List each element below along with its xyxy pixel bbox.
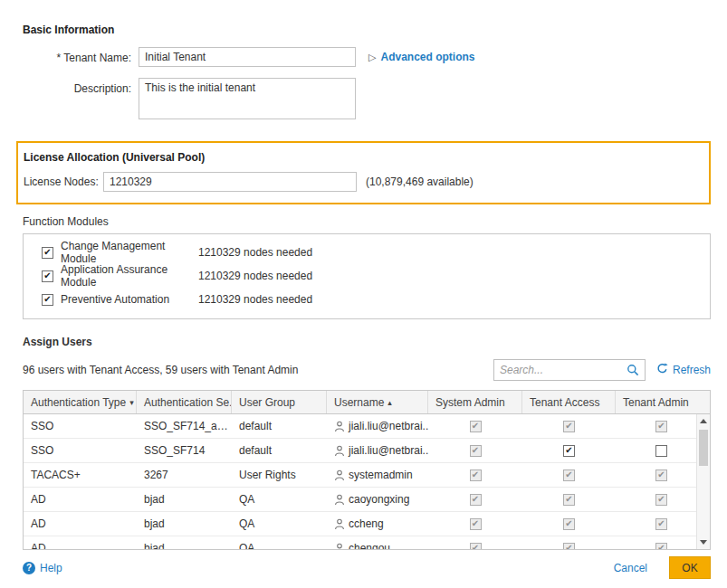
username-cell: systemadmin [327,469,428,481]
help-label: Help [40,562,62,574]
username-cell: jiali.liu@netbrai... [327,444,428,457]
module-nodes-text: 1210329 nodes needed [198,246,312,259]
tenant-admin-checkbox: ✔ [655,543,667,550]
system-admin-checkbox: ✔ [470,543,482,550]
auth-server-cell: bjad [137,542,232,549]
user-row[interactable]: ADbjadQAcaoyongxing✔✔✔ [24,488,710,512]
auth-server-cell: SSO_SF714 [137,444,232,457]
ok-button[interactable]: OK [669,556,711,579]
auth-type-cell: AD [24,517,137,530]
check-mark-icon: ✔ [565,495,572,504]
column-header-system-admin[interactable]: System Admin [428,391,522,413]
tenant-admin-checkbox-cell [616,445,707,457]
tenant-access-checkbox[interactable]: ✔ [563,445,575,457]
module-checkbox[interactable]: ✔ [42,270,53,282]
auth-server-cell: 3267 [137,469,232,481]
advanced-options-expander[interactable]: ▷ Advanced options [368,47,474,63]
system-admin-checkbox: ✔ [470,469,482,481]
check-mark-icon: ✔ [565,470,572,479]
function-module-row: ✔Change Management Module1210329 nodes n… [24,241,710,264]
user-icon [334,445,345,457]
assign-users-title: Assign Users [23,336,727,348]
cancel-button[interactable]: Cancel [614,562,647,574]
user-row[interactable]: SSOSSO_SF714_admindefaultjiali.liu@netbr… [24,414,710,439]
tenant-access-checkbox-cell: ✔ [522,469,616,481]
sort-asc-icon: ▴ [387,398,392,407]
basic-information-title: Basic Information [23,24,727,36]
user-icon [334,494,345,506]
check-mark-icon: ✔ [657,544,665,549]
system-admin-checkbox-cell: ✔ [428,421,522,432]
user-group-cell: User Rights [232,469,327,481]
tenant-admin-checkbox-cell: ✔ [616,543,707,550]
auth-type-cell: TACACS+ [24,469,137,481]
username-cell: caoyongxing [327,493,428,506]
users-summary-text: 96 users with Tenant Access, 59 users wi… [23,364,493,376]
auth-type-cell: SSO [24,420,137,432]
tenant-access-checkbox-cell: ✔ [522,421,616,432]
tenant-access-checkbox: ✔ [563,421,575,432]
column-header-user-group[interactable]: User Group [232,391,327,413]
tenant-access-checkbox: ✔ [563,518,575,530]
advanced-options-link[interactable]: Advanced options [380,51,474,63]
user-row[interactable]: ADbjadQAccheng✔✔✔ [24,512,710,536]
username-text: caoyongxing [349,493,409,506]
check-mark-icon: ✔ [565,544,572,549]
scroll-down-button[interactable] [697,536,710,549]
license-section-title: License Allocation (Universal Pool) [24,151,709,164]
username-text: chengou [349,542,390,549]
tenant-access-checkbox-cell: ✔ [522,445,616,457]
description-input[interactable]: This is the initial tenant [139,78,356,119]
username-text: ccheng [349,517,384,530]
system-admin-checkbox-cell: ✔ [428,445,522,457]
expander-arrow-icon: ▷ [368,52,376,62]
check-mark-icon: ✔ [657,422,665,431]
tenant-admin-checkbox-cell: ✔ [616,469,707,481]
tenant-admin-checkbox-cell: ✔ [616,494,707,506]
scrollbar-thumb[interactable] [699,430,708,466]
column-label: Username [334,396,384,409]
help-button[interactable]: ? Help [23,562,62,574]
user-search-input[interactable] [494,364,621,376]
user-row[interactable]: SSOSSO_SF714defaultjiali.liu@netbrai...✔… [24,439,710,463]
tenant-access-checkbox-cell: ✔ [522,543,616,550]
module-nodes-text: 1210329 nodes needed [198,270,312,282]
refresh-button[interactable]: Refresh [656,363,711,377]
check-mark-icon: ✔ [565,422,572,431]
user-icon [334,518,345,530]
user-search-box [493,359,646,381]
description-label: Description: [23,78,131,95]
user-row[interactable]: ADbjadQAchengou✔✔✔ [24,536,710,549]
module-label: Application Assurance Module [61,263,198,289]
column-header-tenant-access[interactable]: Tenant Access [522,391,616,413]
tenant-admin-checkbox[interactable] [655,445,667,457]
user-group-cell: default [232,444,327,457]
column-header-authentication-type[interactable]: Authentication Type▾ [24,391,137,413]
column-label: User Group [239,396,295,409]
column-label: Tenant Access [530,396,599,409]
column-header-tenant-admin[interactable]: Tenant Admin [616,391,707,413]
license-nodes-input[interactable] [103,172,357,192]
username-text: jiali.liu@netbrai... [349,444,428,457]
tenant-name-input[interactable] [139,47,356,67]
user-row[interactable]: TACACS+3267User Rightssystemadmin✔✔✔ [24,463,710,488]
system-admin-checkbox: ✔ [470,494,482,506]
table-scrollbar[interactable] [696,414,710,549]
function-module-row: ✔Preventive Automation1210329 nodes need… [24,288,710,311]
license-available-text: (10,879,469 available) [366,175,474,188]
scroll-up-button[interactable] [697,414,710,428]
search-icon[interactable] [621,364,645,376]
check-mark-icon: ✔ [657,470,665,479]
column-header-authentication-se[interactable]: Authentication Se... [137,391,232,413]
column-header-username[interactable]: Username▴ [327,391,428,413]
module-checkbox[interactable]: ✔ [42,294,53,306]
column-label: System Admin [435,396,505,409]
tenant-access-checkbox: ✔ [563,543,575,550]
system-admin-checkbox: ✔ [470,421,482,432]
system-admin-checkbox: ✔ [470,445,482,457]
module-checkbox[interactable]: ✔ [42,247,53,259]
check-mark-icon: ✔ [472,422,479,431]
check-mark-icon: ✔ [43,271,51,280]
user-icon [334,469,345,481]
username-text: systemadmin [349,469,413,481]
